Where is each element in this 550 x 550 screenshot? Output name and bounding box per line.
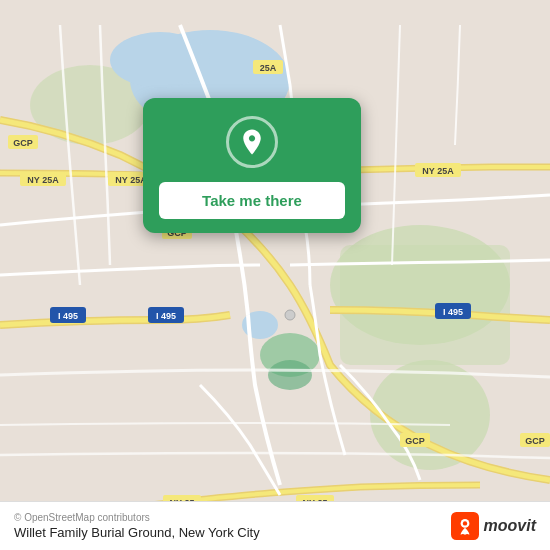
svg-text:GCP: GCP	[405, 436, 425, 446]
location-pin-icon	[226, 116, 278, 168]
moovit-icon	[451, 512, 479, 540]
take-me-there-button[interactable]: Take me there	[159, 182, 345, 219]
svg-text:NY 25A: NY 25A	[27, 175, 59, 185]
map-background: NY 25A NY 25A NY 25A GCP GCP GCP I 495 I…	[0, 0, 550, 550]
svg-text:I 495: I 495	[156, 311, 176, 321]
copyright-text: © OpenStreetMap contributors	[14, 512, 260, 523]
svg-text:NY 25A: NY 25A	[422, 166, 454, 176]
moovit-logo: moovit	[451, 512, 536, 540]
svg-text:25A: 25A	[260, 63, 277, 73]
svg-point-6	[268, 360, 312, 390]
popup-card: Take me there	[143, 98, 361, 233]
svg-point-40	[462, 521, 466, 525]
svg-text:I 495: I 495	[443, 307, 463, 317]
svg-text:I 495: I 495	[58, 311, 78, 321]
svg-point-37	[285, 310, 295, 320]
location-name: Willet Family Burial Ground, New York Ci…	[14, 525, 260, 540]
svg-text:GCP: GCP	[13, 138, 33, 148]
svg-text:GCP: GCP	[525, 436, 545, 446]
bottom-left-info: © OpenStreetMap contributors Willet Fami…	[14, 512, 260, 540]
map-container: NY 25A NY 25A NY 25A GCP GCP GCP I 495 I…	[0, 0, 550, 550]
moovit-text: moovit	[484, 517, 536, 535]
bottom-bar: © OpenStreetMap contributors Willet Fami…	[0, 501, 550, 550]
